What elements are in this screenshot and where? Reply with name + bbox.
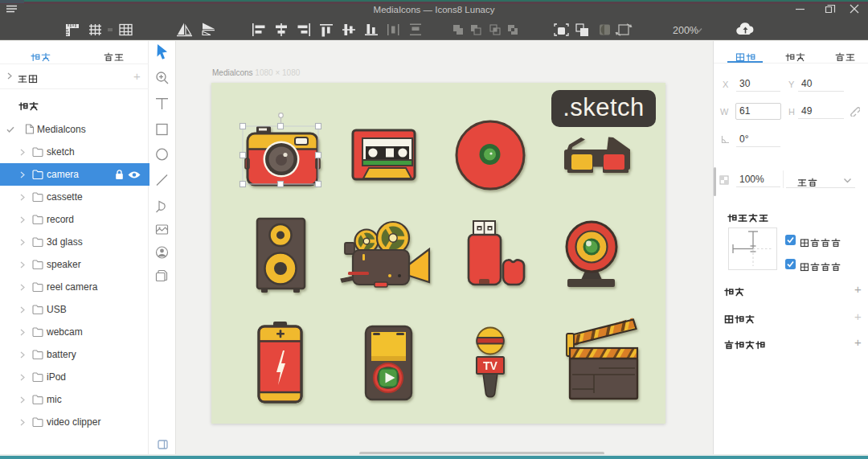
svg-text:200%: 200%	[673, 25, 698, 36]
svg-text:TV: TV	[483, 359, 498, 372]
